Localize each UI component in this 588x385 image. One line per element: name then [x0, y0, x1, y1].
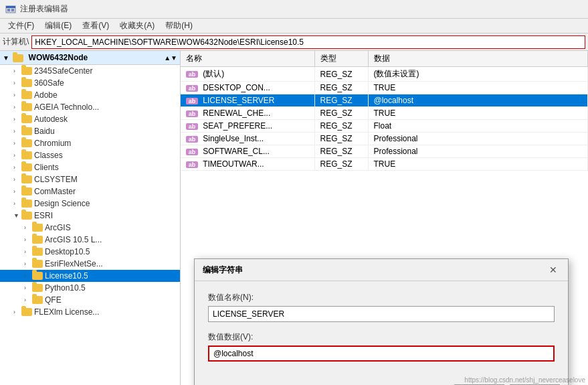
- reg-name-text: DESKTOP_CON...: [203, 83, 270, 92]
- tree-item-label-ArcGIS105L: ArcGIS 10.5 L...: [45, 235, 102, 244]
- tree-item-Classes[interactable]: › Classes: [0, 149, 180, 161]
- tree-item-label-Adobe: Adobe: [34, 90, 58, 100]
- tree-item-label-ArcGIS: ArcGIS: [45, 223, 71, 232]
- tree-item-Adobe[interactable]: › Adobe: [0, 89, 180, 101]
- tree-item-label-DesignScience: Design Science: [34, 199, 90, 208]
- tree-item-label-Clients: Clients: [34, 163, 59, 172]
- reg-type-icon: ab: [186, 123, 198, 130]
- tree-item-Autodesk[interactable]: › Autodesk: [0, 113, 180, 125]
- col-name[interactable]: 名称: [181, 51, 314, 67]
- col-type[interactable]: 类型: [314, 51, 368, 67]
- tree-item-label-Baidu: Baidu: [34, 127, 55, 136]
- tree-item-QFE[interactable]: › QFE: [0, 294, 180, 306]
- registry-row[interactable]: ab LICENSE_SERVER REG_SZ @localhost: [181, 94, 588, 107]
- tree-item-ComMaster[interactable]: › ComMaster: [0, 185, 180, 198]
- tree-item-ESRI[interactable]: ▼ ESRI: [0, 210, 180, 222]
- registry-cell-name: ab DESKTOP_CON...: [181, 82, 314, 94]
- main-content: ▼ WOW6432Node ▲▼ › 2345SafeCenter › 360S…: [0, 51, 588, 385]
- tree-arrow-360Safe: ›: [13, 80, 21, 86]
- registry-cell-data: TRUE: [368, 82, 588, 94]
- registry-cell-data: Float: [368, 120, 588, 133]
- registry-cell-type: REG_SZ: [314, 94, 368, 107]
- folder-icon-FLEXlmLicense: [21, 308, 32, 316]
- reg-type-icon: ab: [186, 161, 198, 168]
- reg-type-icon: ab: [186, 110, 198, 117]
- registry-row[interactable]: ab DESKTOP_CON... REG_SZ TRUE: [181, 82, 588, 94]
- registry-cell-data: TRUE: [368, 107, 588, 120]
- tree-item-label-Python105: Python10.5: [45, 283, 86, 293]
- tree-arrow-Python105: ›: [24, 285, 32, 291]
- folder-icon-ArcGIS105L: [32, 236, 43, 244]
- reg-name-text: (默认): [203, 69, 224, 78]
- menu-edit[interactable]: 编辑(E): [39, 19, 77, 33]
- reg-name-text: SingleUse_Inst...: [203, 134, 264, 143]
- registry-cell-type: REG_SZ: [314, 82, 368, 94]
- tree-item-Chromium[interactable]: › Chromium: [0, 137, 180, 149]
- dialog-title-text: 编辑字符串: [203, 264, 243, 276]
- dialog-close-button[interactable]: ✕: [547, 263, 560, 277]
- svg-rect-3: [11, 9, 14, 11]
- tree-item-CLSYSTEM[interactable]: › CLSYSTEM: [0, 173, 180, 185]
- menu-view[interactable]: 查看(V): [77, 19, 114, 33]
- menu-favorites[interactable]: 收藏夹(A): [114, 19, 160, 33]
- tree-arrow-Autodesk: ›: [13, 116, 21, 123]
- dialog-data-input[interactable]: [208, 345, 555, 362]
- tree-item-Clients[interactable]: › Clients: [0, 161, 180, 173]
- registry-cell-type: REG_SZ: [314, 67, 368, 82]
- registry-row[interactable]: ab SEAT_PREFERE... REG_SZ Float: [181, 120, 588, 133]
- registry-row[interactable]: ab SingleUse_Inst... REG_SZ Professional: [181, 133, 588, 145]
- tree-item-ArcGIS[interactable]: › ArcGIS: [0, 222, 180, 234]
- tree-scroll-area[interactable]: › 2345SafeCenter › 360Safe › Adobe ›: [0, 65, 180, 385]
- tree-item-2345SafeCenter[interactable]: › 2345SafeCenter: [0, 65, 180, 77]
- tree-arrow-EsriFlexNetSe: ›: [24, 260, 32, 267]
- tree-arrow-CLSYSTEM: ›: [13, 176, 21, 183]
- tree-arrow-QFE: ›: [24, 297, 32, 303]
- reg-name-text: TIMEOUTWAR...: [203, 159, 264, 169]
- tree-item-label-Classes: Classes: [34, 151, 63, 160]
- tree-item-Desktop105[interactable]: › Desktop10.5: [0, 246, 180, 258]
- tree-item-License105[interactable]: › License10.5: [0, 270, 180, 282]
- tree-item-ArcGIS105L[interactable]: › ArcGIS 10.5 L...: [0, 234, 180, 246]
- registry-row[interactable]: ab (默认) REG_SZ (数值未设置): [181, 67, 588, 82]
- tree-arrow-ESRI: ▼: [13, 212, 21, 219]
- tree-arrow-DesignScience: ›: [13, 200, 21, 207]
- regedit-icon: [5, 4, 16, 15]
- registry-cell-name: ab SEAT_PREFERE...: [181, 120, 314, 133]
- col-data[interactable]: 数据: [368, 51, 588, 67]
- registry-cell-name: ab (默认): [181, 67, 314, 82]
- menu-help[interactable]: 帮助(H): [160, 19, 198, 33]
- registry-cell-name: ab SingleUse_Inst...: [181, 133, 314, 145]
- tree-arrow-2345SafeCenter: ›: [13, 68, 21, 74]
- tree-arrow-Adobe: ›: [13, 92, 21, 98]
- folder-icon-360Safe: [21, 79, 32, 87]
- menu-file[interactable]: 文件(F): [3, 19, 39, 33]
- tree-arrow-ComMaster: ›: [13, 188, 21, 195]
- folder-icon-2345SafeCenter: [21, 67, 32, 75]
- registry-row[interactable]: ab RENEWAL_CHE... REG_SZ TRUE: [181, 107, 588, 120]
- tree-panel: ▼ WOW6432Node ▲▼ › 2345SafeCenter › 360S…: [0, 51, 181, 385]
- reg-name-text: RENEWAL_CHE...: [203, 108, 270, 118]
- registry-table: 名称 类型 数据 ab (默认) REG_SZ (数值未设置) ab DESKT…: [181, 51, 588, 171]
- tree-header-arrow[interactable]: ▲▼: [164, 54, 177, 62]
- tree-arrow-FLEXlmLicense: ›: [13, 309, 21, 315]
- window-title: 注册表编辑器: [20, 3, 68, 15]
- tree-item-360Safe[interactable]: › 360Safe: [0, 77, 180, 89]
- registry-row[interactable]: ab SOFTWARE_CL... REG_SZ Professional: [181, 145, 588, 158]
- address-input[interactable]: [31, 35, 585, 49]
- tree-item-EsriFlexNetSe[interactable]: › EsriFlexNetSe...: [0, 258, 180, 270]
- dialog-data-label: 数值数据(V):: [208, 331, 555, 343]
- reg-type-icon: ab: [186, 136, 198, 143]
- tree-item-FLEXlmLicense[interactable]: › FLEXlm License...: [0, 306, 180, 318]
- tree-item-AGEIATechnolo[interactable]: › AGEIA Technolo...: [0, 101, 180, 113]
- tree-item-Baidu[interactable]: › Baidu: [0, 125, 180, 137]
- tree-item-DesignScience[interactable]: › Design Science: [0, 198, 180, 210]
- tree-arrow-Desktop105: ›: [24, 248, 32, 255]
- tree-item-label-FLEXlmLicense: FLEXlm License...: [34, 307, 99, 317]
- reg-type-icon: ab: [186, 149, 198, 155]
- folder-icon-AGEIATechnolo: [21, 103, 32, 111]
- dialog-name-input[interactable]: [208, 306, 555, 322]
- tree-item-label-EsriFlexNetSe: EsriFlexNetSe...: [45, 259, 103, 268]
- registry-row[interactable]: ab TIMEOUTWAR... REG_SZ TRUE: [181, 158, 588, 171]
- tree-item-Python105[interactable]: › Python10.5: [0, 282, 180, 294]
- folder-icon-Autodesk: [21, 115, 32, 123]
